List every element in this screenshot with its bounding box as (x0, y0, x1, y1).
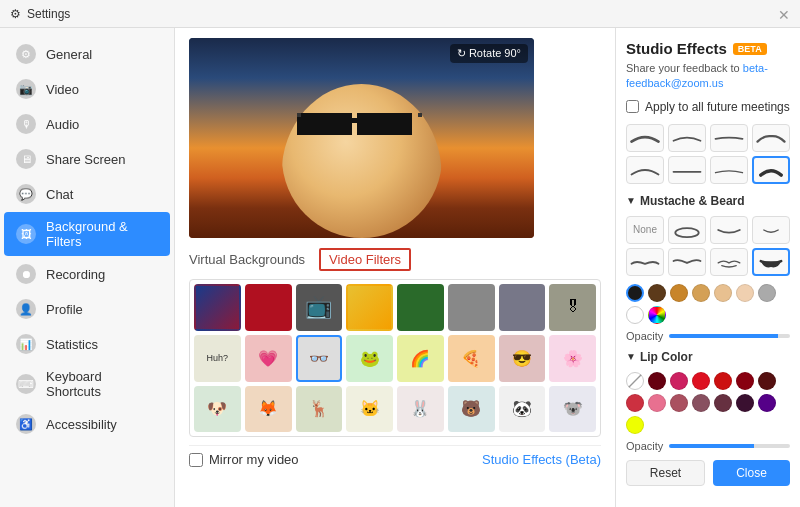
filter-item[interactable]: 🍕 (448, 335, 495, 382)
close-studio-button[interactable]: Close (713, 460, 790, 486)
sidebar-item-background-filters[interactable]: 🖼 Background & Filters (4, 212, 170, 256)
sidebar-item-chat[interactable]: 💬 Chat (4, 177, 170, 211)
filter-item[interactable]: 🐶 (194, 386, 241, 433)
filter-item[interactable]: 📺 (296, 284, 343, 331)
color-swatch-rainbow[interactable] (648, 306, 666, 324)
mustache-option[interactable] (668, 248, 706, 276)
mirror-video-label[interactable]: Mirror my video (189, 452, 299, 467)
filter-item[interactable]: Huh? (194, 335, 241, 382)
color-swatch-light[interactable] (714, 284, 732, 302)
filter-item[interactable]: 🎖 (549, 284, 596, 331)
mustache-option[interactable] (752, 216, 790, 244)
lip-color-swatch[interactable] (670, 394, 688, 412)
filter-item[interactable] (194, 284, 241, 331)
filter-item[interactable] (448, 284, 495, 331)
eyebrow-option[interactable] (668, 124, 706, 152)
filter-item[interactable]: 🐨 (549, 386, 596, 433)
color-swatch-tan[interactable] (692, 284, 710, 302)
sidebar-item-keyboard-shortcuts[interactable]: ⌨ Keyboard Shortcuts (4, 362, 170, 406)
eyebrow-option[interactable] (752, 124, 790, 152)
sidebar-label-recording: Recording (46, 267, 105, 282)
mustache-option[interactable] (752, 248, 790, 276)
color-swatch-brown[interactable] (670, 284, 688, 302)
filter-item[interactable]: 🐸 (346, 335, 393, 382)
lip-color-swatch[interactable] (714, 394, 732, 412)
apply-all-meetings-checkbox[interactable] (626, 100, 639, 113)
tab-video-filters[interactable]: Video Filters (319, 248, 411, 271)
sidebar-label-chat: Chat (46, 187, 73, 202)
lip-color-swatch[interactable] (670, 372, 688, 390)
color-swatch-darkbrown[interactable] (648, 284, 666, 302)
lip-color-swatch[interactable] (736, 394, 754, 412)
mustache-option[interactable] (710, 216, 748, 244)
filter-item[interactable]: 🐱 (346, 386, 393, 433)
sidebar-item-share-screen[interactable]: 🖥 Share Screen (4, 142, 170, 176)
lip-color-swatch[interactable] (626, 416, 644, 434)
color-swatch-gray[interactable] (758, 284, 776, 302)
eyebrow-option[interactable] (752, 156, 790, 184)
lip-color-swatch[interactable] (714, 372, 732, 390)
lip-color-swatch[interactable] (692, 394, 710, 412)
filter-item[interactable]: 🦊 (245, 386, 292, 433)
lip-color-swatch[interactable] (758, 394, 776, 412)
filter-item[interactable]: 🦌 (296, 386, 343, 433)
filter-item[interactable]: 🌸 (549, 335, 596, 382)
beta-badge: BETA (733, 43, 767, 55)
video-icon: 📷 (16, 79, 36, 99)
filter-item[interactable]: 🐰 (397, 386, 444, 433)
filter-item[interactable]: 🐼 (499, 386, 546, 433)
svg-rect-4 (418, 113, 422, 117)
lip-color-swatch[interactable] (648, 372, 666, 390)
eyebrow-option[interactable] (668, 156, 706, 184)
lip-color-swatch[interactable] (758, 372, 776, 390)
lip-color-swatch[interactable] (626, 394, 644, 412)
filter-item[interactable]: 🌈 (397, 335, 444, 382)
general-icon: ⚙ (16, 44, 36, 64)
filter-item[interactable] (245, 284, 292, 331)
mustache-none[interactable]: None (626, 216, 664, 244)
filter-item[interactable] (397, 284, 444, 331)
filter-item[interactable]: 🐻 (448, 386, 495, 433)
lip-color-none[interactable] (626, 372, 644, 390)
lip-color-section-header[interactable]: ▼ Lip Color (626, 350, 790, 364)
svg-rect-2 (350, 118, 359, 123)
mustache-option[interactable] (668, 216, 706, 244)
reset-button[interactable]: Reset (626, 460, 705, 486)
mustache-section-title: Mustache & Beard (640, 194, 745, 208)
filter-item[interactable]: 👓 (296, 335, 343, 382)
lip-color-swatch[interactable] (692, 372, 710, 390)
lip-color-swatch[interactable] (648, 394, 666, 412)
filter-item[interactable]: 😎 (499, 335, 546, 382)
filter-item[interactable]: 💗 (245, 335, 292, 382)
svg-rect-3 (297, 113, 301, 117)
mustache-opacity-slider[interactable] (669, 334, 790, 338)
color-swatch-blonde[interactable] (736, 284, 754, 302)
eyebrow-option[interactable] (626, 156, 664, 184)
lip-opacity-slider[interactable] (669, 444, 790, 448)
sidebar-item-accessibility[interactable]: ♿ Accessibility (4, 407, 170, 441)
mustache-section-header[interactable]: ▼ Mustache & Beard (626, 194, 790, 208)
sidebar-item-statistics[interactable]: 📊 Statistics (4, 327, 170, 361)
sidebar-item-video[interactable]: 📷 Video (4, 72, 170, 106)
filter-item[interactable] (499, 284, 546, 331)
eyebrow-option[interactable] (626, 124, 664, 152)
mirror-video-checkbox[interactable] (189, 453, 203, 467)
rotate-button[interactable]: ↻ Rotate 90° (450, 44, 528, 63)
sidebar-item-recording[interactable]: ⏺ Recording (4, 257, 170, 291)
mustache-opacity-row: Opacity (626, 330, 790, 342)
color-swatch-black[interactable] (626, 284, 644, 302)
color-swatch-white[interactable] (626, 306, 644, 324)
mustache-option[interactable] (626, 248, 664, 276)
tab-virtual-backgrounds[interactable]: Virtual Backgrounds (189, 252, 305, 267)
eyebrow-option[interactable] (710, 156, 748, 184)
sidebar-item-general[interactable]: ⚙ General (4, 37, 170, 71)
lip-color-swatch[interactable] (736, 372, 754, 390)
studio-effects-link[interactable]: Studio Effects (Beta) (482, 452, 601, 467)
chevron-down-icon: ▼ (626, 351, 636, 362)
close-window-button[interactable]: ✕ (778, 8, 790, 20)
sidebar-item-audio[interactable]: 🎙 Audio (4, 107, 170, 141)
mustache-option[interactable] (710, 248, 748, 276)
eyebrow-option[interactable] (710, 124, 748, 152)
filter-item[interactable] (346, 284, 393, 331)
sidebar-item-profile[interactable]: 👤 Profile (4, 292, 170, 326)
